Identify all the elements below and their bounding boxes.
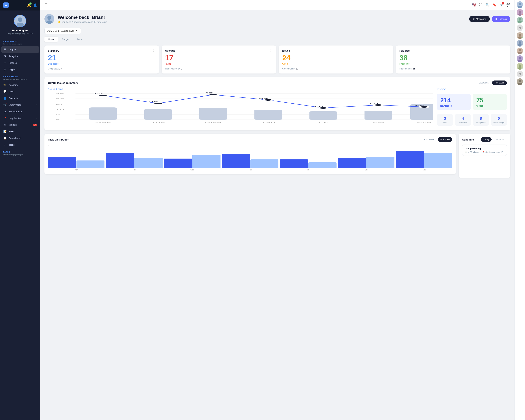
right-avatar-2[interactable] xyxy=(517,9,523,16)
cart-wrap[interactable]: 🛒 5 xyxy=(499,3,503,7)
svg-text:28: 28 xyxy=(149,101,158,103)
schedule-section: Schedule Today Tomorrow Group Meeting xyxy=(459,134,510,178)
sidebar: ◆ 🔔 3 👤 Brian Hughes hughes.brian@compan… xyxy=(0,0,40,420)
stat-label-issues: Open xyxy=(282,63,390,65)
dashboards-section-label: DASHBOARDS xyxy=(0,37,40,43)
flag-icon[interactable]: 🇺🇸 xyxy=(472,3,476,7)
svg-text:Thu: Thu xyxy=(261,122,275,123)
right-avatar-m1[interactable]: M xyxy=(517,25,523,31)
tasks-icon: ✓ xyxy=(3,143,7,146)
svg-point-31 xyxy=(263,99,273,101)
sidebar-item-label-analytics: Analytics xyxy=(9,55,18,57)
github-chart-left: New vs. Closed 45 36 27 18 9 0 xyxy=(48,88,433,127)
svg-point-57 xyxy=(518,37,522,39)
schedule-tomorrow-btn[interactable]: Tomorrow xyxy=(493,137,507,142)
sidebar-item-filemanager[interactable]: ☁ File Manager xyxy=(0,108,40,115)
sidebar-item-chat[interactable]: 💬 Chat xyxy=(0,88,40,95)
sidebar-item-helpcenter[interactable]: ❓ Help Center › xyxy=(0,115,40,121)
task-dist-toggle-btns: Last Week This Week xyxy=(422,137,452,142)
task-bar-mon-2 xyxy=(76,160,105,168)
right-avatar-7[interactable] xyxy=(517,55,523,62)
right-avatar-8[interactable] xyxy=(517,63,523,70)
sidebar-item-notes[interactable]: 📝 Notes xyxy=(0,128,40,135)
task-dist-this-week-btn[interactable]: This Week xyxy=(438,137,452,142)
menu-toggle-icon[interactable]: ☰ xyxy=(45,3,47,7)
stat-card-title-overdue: Overdue xyxy=(165,49,175,52)
project-selector[interactable]: ACME Corp. Backend App ▼ xyxy=(45,28,81,34)
right-avatar-3[interactable] xyxy=(517,17,523,23)
svg-point-47 xyxy=(519,3,521,5)
sidebar-item-mailbox[interactable]: ✉ Mailbox 27 xyxy=(0,121,40,128)
right-avatar-9[interactable] xyxy=(517,78,523,85)
task-dist-last-week-btn[interactable]: Last Week xyxy=(422,137,436,142)
pages-section-sub: Custom made page designs xyxy=(0,154,40,157)
stat-card-menu-overdue[interactable]: ⋮ xyxy=(269,49,272,52)
task-bar-tue-1 xyxy=(106,153,134,168)
sidebar-item-finance[interactable]: ◷ Finance xyxy=(0,59,40,66)
avatar-dot-5 xyxy=(522,45,523,46)
right-avatar-4[interactable] xyxy=(517,32,523,39)
fullscreen-icon[interactable]: ⛶ xyxy=(479,3,482,7)
group-meeting-meta: 🕐 in 32 minutes 📍 Conference room 1B xyxy=(465,151,503,153)
stat-cards-grid: Summary ⋮ 21 Due Tasks Completed: 13 Ove… xyxy=(45,46,510,74)
meeting-arrow-icon[interactable]: › xyxy=(503,149,504,152)
sidebar-item-academy[interactable]: 🎓 Academy xyxy=(0,82,40,88)
sidebar-item-ecommerce[interactable]: 🛒 ECommerce › xyxy=(0,102,40,108)
closed-issues-num: 75 xyxy=(476,97,503,104)
schedule-today-btn[interactable]: Today xyxy=(481,137,492,142)
right-avatar-5[interactable] xyxy=(517,40,523,47)
svg-point-29 xyxy=(209,94,218,95)
sidebar-item-tasks[interactable]: ✓ Tasks xyxy=(0,141,40,148)
svg-point-60 xyxy=(518,44,522,47)
search-icon[interactable]: 🔍 xyxy=(486,3,489,7)
sidebar-item-project[interactable]: ☰ Project xyxy=(1,46,39,53)
right-avatar-1[interactable] xyxy=(517,1,523,8)
schedule-toggle-btns: Today Tomorrow xyxy=(481,137,507,142)
sidebar-item-contacts[interactable]: 👤 Contacts xyxy=(0,95,40,102)
github-chart-container: 45 36 27 18 9 0 xyxy=(48,92,433,127)
sidebar-item-analytics[interactable]: ◑ Analytics xyxy=(0,53,40,59)
notification-bell-wrap[interactable]: 🔔 3 xyxy=(27,3,31,7)
mailbox-icon: ✉ xyxy=(3,123,7,126)
group-meeting-item: Group Meeting 🕐 in 32 minutes 📍 Conferen… xyxy=(462,145,507,156)
bookmark-icon[interactable]: 🔖 xyxy=(492,3,496,7)
avatar-dot-7 xyxy=(522,60,523,62)
closed-issues-label: Closed xyxy=(476,105,503,107)
user-circle-icon[interactable]: 👤 xyxy=(33,3,37,7)
stat-card-menu-issues[interactable]: ⋮ xyxy=(387,49,390,52)
stat-card-header-issues: Issues ⋮ xyxy=(282,49,390,52)
sidebar-item-scrumboard[interactable]: 📋 Scrumboard xyxy=(0,135,40,141)
tab-budget[interactable]: Budget xyxy=(58,37,73,42)
svg-point-65 xyxy=(519,57,521,59)
task-bar-label-thu: Thu xyxy=(249,169,252,171)
stat-card-header-summary: Summary ⋮ xyxy=(48,49,155,52)
svg-text:43: 43 xyxy=(204,92,213,94)
message-topnav-icon[interactable]: 💬 xyxy=(506,3,510,7)
sidebar-item-crypto[interactable]: $ Crypto xyxy=(0,66,40,73)
right-avatar-6[interactable] xyxy=(517,48,523,54)
messages-button[interactable]: ✉ Messages xyxy=(469,16,490,22)
tab-team[interactable]: Team xyxy=(73,37,86,42)
right-avatar-m2[interactable]: M xyxy=(517,71,523,77)
settings-button[interactable]: ⚙ Settings xyxy=(492,16,510,22)
github-last-week-btn[interactable]: Last Week xyxy=(476,81,491,85)
task-distribution-section: Task Distribution Last Week This Week 40 xyxy=(45,134,456,174)
stat-card-menu-features[interactable]: ⋮ xyxy=(504,49,507,52)
stat-card-title-issues: Issues xyxy=(282,49,290,52)
stat-card-menu-summary[interactable]: ⋮ xyxy=(152,49,155,52)
app-logo[interactable]: ◆ xyxy=(3,2,9,8)
sidebar-item-label-mailbox: Mailbox xyxy=(9,123,17,126)
github-issues-section: Github Issues Summary Last Week This Wee… xyxy=(45,77,510,130)
mini-label-wontfix: Won't Fix xyxy=(457,121,469,123)
avatar-dot-4 xyxy=(522,37,523,39)
task-bar-wed-2 xyxy=(192,155,221,168)
task-dist-title: Task Distribution xyxy=(48,138,69,141)
sidebar-item-label-project: Project xyxy=(9,48,16,51)
github-this-week-btn[interactable]: This Week xyxy=(492,81,507,85)
sidebar-item-label-academy: Academy xyxy=(9,84,18,86)
mini-stat-wontfix: 4 Won't Fix xyxy=(455,114,471,126)
tab-home[interactable]: Home xyxy=(45,37,58,42)
svg-point-33 xyxy=(319,107,328,109)
center-area: ☰ 🇺🇸 ⛶ 🔍 🔖 🛒 5 💬 xyxy=(40,0,515,420)
mini-stat-fixed: 3 Fixed xyxy=(437,114,453,126)
